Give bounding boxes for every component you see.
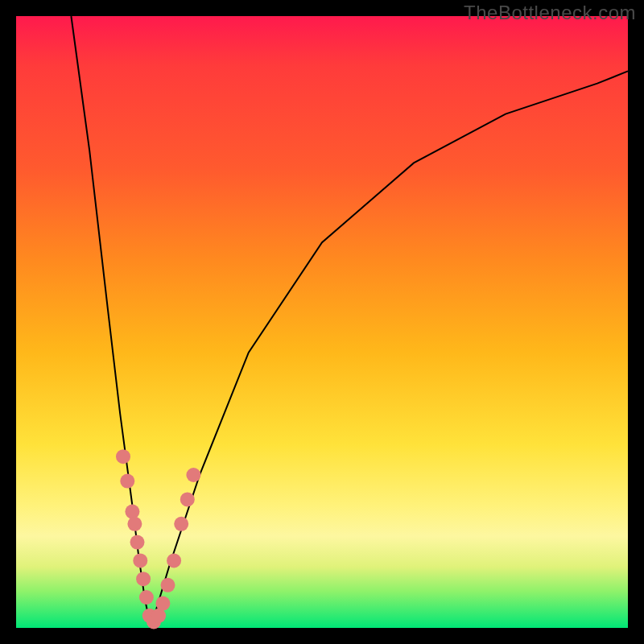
data-dot	[136, 572, 151, 586]
data-dot	[139, 590, 154, 605]
outer-frame: TheBottleneck.com	[0, 0, 644, 644]
data-dot	[125, 505, 139, 519]
watermark-text: TheBottleneck.com	[464, 2, 636, 24]
data-dot	[174, 517, 188, 531]
data-dots-group	[116, 449, 200, 629]
data-dot	[130, 535, 145, 550]
data-dot	[133, 553, 147, 568]
data-dot	[186, 468, 200, 482]
data-dot	[155, 597, 170, 611]
plot-area	[16, 16, 628, 628]
data-dot	[180, 492, 195, 506]
data-dot	[120, 474, 134, 489]
chart-svg	[16, 16, 628, 628]
data-dot	[167, 553, 181, 568]
data-dot	[127, 517, 142, 531]
data-dot	[161, 578, 175, 592]
curve-right-branch	[151, 71, 628, 628]
data-dot	[116, 449, 130, 464]
